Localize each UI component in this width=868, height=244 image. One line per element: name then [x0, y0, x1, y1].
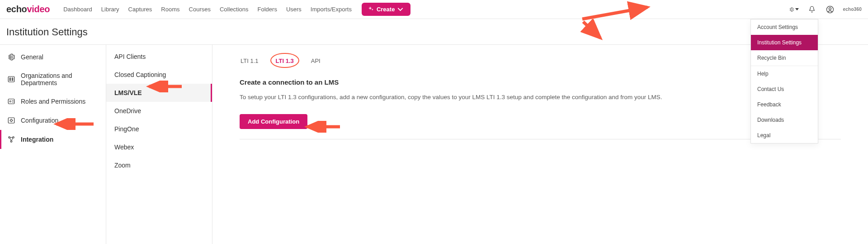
sec-item-webex[interactable]: Webex — [106, 138, 212, 156]
tab-lti13[interactable]: LTI 1.3 — [275, 55, 295, 69]
nav-courses[interactable]: Courses — [189, 6, 211, 13]
sidebar-item-configuration[interactable]: Configuration — [0, 111, 106, 130]
sec-item-onedrive[interactable]: OneDrive — [106, 102, 212, 120]
svg-rect-5 — [12, 78, 13, 79]
menu-feedback[interactable]: Feedback — [751, 97, 818, 112]
nav-captures[interactable]: Captures — [128, 6, 152, 13]
chevron-down-icon — [397, 6, 403, 12]
sec-item-lms-vle[interactable]: LMS/VLE — [106, 84, 212, 102]
topbar-right-icons: echo360 — [789, 5, 862, 14]
menu-help[interactable]: Help — [751, 66, 818, 81]
section-description: To setup your LTI 1.3 configurations, ad… — [240, 92, 701, 102]
create-button[interactable]: Create — [362, 3, 410, 16]
nav-links: Dashboard Library Captures Rooms Courses… — [63, 6, 352, 13]
tab-lti11[interactable]: LTI 1.1 — [240, 55, 259, 69]
sec-item-zoom[interactable]: Zoom — [106, 156, 212, 174]
sidebar-secondary: API Clients Closed Captioning LMS/VLE On… — [106, 45, 212, 244]
sidebar-item-integration[interactable]: Integration — [0, 130, 106, 149]
sidebar-item-label: Integration — [21, 136, 53, 143]
menu-account-settings[interactable]: Account Settings — [751, 19, 818, 35]
settings-dropdown-menu: Account Settings Institution Settings Re… — [750, 19, 818, 144]
roles-icon — [7, 97, 15, 105]
tab-api[interactable]: API — [310, 55, 321, 69]
sidebar-primary: General Organizations and Departments Ro… — [0, 45, 106, 244]
sparkle-icon — [368, 6, 374, 12]
tab-label: LTI 1.3 — [276, 57, 294, 64]
nav-users[interactable]: Users — [286, 6, 302, 13]
org-icon — [7, 75, 15, 83]
svg-point-14 — [10, 141, 12, 142]
top-navbar: echovideo Dashboard Library Captures Roo… — [0, 0, 868, 19]
gear-icon — [789, 5, 794, 14]
page-title-row: Institution Settings — [0, 19, 868, 45]
logo-echo: echo — [6, 4, 27, 14]
page-title: Institution Settings — [6, 26, 862, 38]
svg-rect-4 — [9, 78, 10, 79]
sec-item-closed-captioning[interactable]: Closed Captioning — [106, 66, 212, 84]
nav-imports-exports[interactable]: Imports/Exports — [311, 6, 352, 13]
sidebar-item-label: Configuration — [21, 117, 58, 124]
sidebar-item-organizations[interactable]: Organizations and Departments — [0, 67, 106, 92]
sec-item-api-clients[interactable]: API Clients — [106, 48, 212, 66]
settings-gear-button[interactable] — [789, 5, 799, 14]
nav-dashboard[interactable]: Dashboard — [63, 6, 92, 13]
menu-contact-us[interactable]: Contact Us — [751, 81, 818, 97]
svg-rect-7 — [12, 80, 13, 81]
svg-point-9 — [9, 101, 11, 102]
sidebar-item-label: General — [21, 53, 43, 61]
svg-point-11 — [10, 120, 13, 122]
notifications-button[interactable] — [807, 5, 817, 14]
gear-icon — [7, 53, 15, 61]
body-grid: General Organizations and Departments Ro… — [0, 45, 868, 244]
sidebar-item-roles[interactable]: Roles and Permissions — [0, 92, 106, 111]
menu-recycle-bin[interactable]: Recycle Bin — [751, 50, 818, 66]
sidebar-item-general[interactable]: General — [0, 48, 106, 67]
svg-rect-10 — [8, 118, 14, 123]
caret-down-icon — [795, 8, 799, 10]
svg-point-1 — [829, 7, 831, 10]
svg-rect-6 — [9, 80, 10, 81]
user-circle-icon — [826, 5, 835, 14]
nav-library[interactable]: Library — [101, 6, 119, 13]
create-label: Create — [377, 6, 395, 13]
svg-point-13 — [13, 137, 14, 138]
nav-collections[interactable]: Collections — [220, 6, 249, 13]
sidebar-item-label: Organizations and Departments — [21, 72, 99, 86]
add-configuration-button[interactable]: Add Configuration — [240, 114, 307, 129]
sidebar-item-label: Roles and Permissions — [21, 98, 85, 105]
svg-point-12 — [9, 137, 10, 138]
svg-rect-3 — [8, 77, 14, 82]
menu-institution-settings[interactable]: Institution Settings — [751, 35, 818, 50]
logo-video: video — [27, 4, 50, 14]
svg-point-2 — [10, 56, 13, 58]
menu-legal[interactable]: Legal — [751, 128, 818, 143]
bell-icon — [808, 5, 816, 14]
menu-downloads[interactable]: Downloads — [751, 112, 818, 128]
sec-item-pingone[interactable]: PingOne — [106, 120, 212, 138]
nav-rooms[interactable]: Rooms — [161, 6, 179, 13]
svg-rect-8 — [8, 99, 14, 104]
nav-folders[interactable]: Folders — [258, 6, 277, 13]
integration-icon — [7, 135, 15, 144]
brand-small: echo360 — [843, 7, 862, 12]
config-icon — [7, 116, 15, 124]
logo[interactable]: echovideo — [6, 4, 50, 14]
account-button[interactable] — [825, 5, 835, 14]
